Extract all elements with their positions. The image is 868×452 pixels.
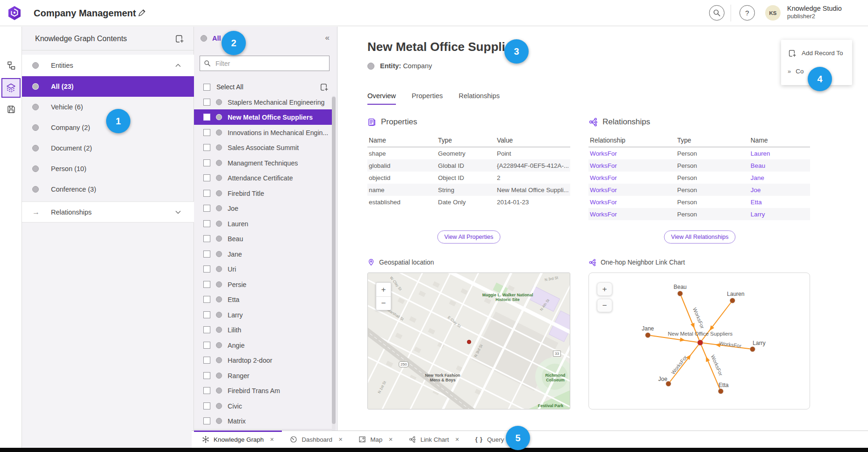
related-entity-link[interactable]: Larry [751, 211, 810, 218]
item-checkbox[interactable] [203, 296, 210, 303]
list-item[interactable]: Uri [194, 261, 334, 277]
list-item[interactable]: Larry [194, 307, 334, 323]
select-all-row[interactable]: Select All [203, 80, 329, 94]
relationship-link[interactable]: WorksFor [590, 150, 677, 157]
list-item[interactable]: Managment Techniques [194, 155, 334, 171]
list-item-selected[interactable]: New Metal Office Suppliers [194, 109, 334, 125]
list-item[interactable]: Lilith [194, 322, 334, 337]
item-checkbox[interactable] [203, 387, 210, 394]
list-item[interactable]: Matrix [194, 413, 334, 429]
entity-type-document[interactable]: Document (2) [22, 138, 194, 158]
new-card-icon[interactable] [318, 82, 329, 92]
list-item[interactable]: Civic [194, 398, 334, 414]
relationship-link[interactable]: WorksFor [590, 174, 677, 181]
link-chart-panel[interactable]: WorksFor WorksFor WorksFor WorksFor Beau… [588, 273, 810, 409]
list-item[interactable]: Ranger [194, 368, 334, 383]
item-checkbox[interactable] [203, 372, 210, 379]
chevron-down-icon[interactable] [175, 210, 181, 214]
close-tab-icon[interactable]: ✕ [455, 437, 459, 443]
item-checkbox[interactable] [203, 265, 210, 273]
tab-overview[interactable]: Overview [367, 92, 396, 105]
tab-relationships[interactable]: Relationships [459, 92, 500, 105]
list-item[interactable]: Etta [194, 292, 334, 307]
item-checkbox[interactable] [203, 402, 210, 409]
list-item[interactable]: Staplers Mechanical Engineering [194, 94, 334, 110]
graph-node-beau[interactable] [678, 291, 683, 296]
item-checkbox[interactable] [203, 417, 210, 424]
view-all-relationships-button[interactable]: View All Relationships [664, 230, 736, 244]
graph-node-larry[interactable] [750, 347, 755, 352]
geospatial-map[interactable]: + − Maggie L. Walker National Historic S… [367, 273, 570, 409]
search-button[interactable] [709, 5, 725, 21]
relationship-link[interactable]: WorksFor [590, 187, 677, 194]
graph-node-jane[interactable] [646, 333, 651, 338]
avatar[interactable]: KS [765, 5, 781, 21]
tab-map[interactable]: Map ✕ [351, 431, 401, 448]
entity-type-person[interactable]: Person (10) [22, 158, 194, 179]
zoom-in-button[interactable]: + [597, 282, 612, 296]
list-item[interactable]: Firebird Trans Am [194, 383, 334, 398]
close-tab-icon[interactable]: ✕ [388, 437, 393, 443]
relationship-link[interactable]: WorksFor [590, 199, 677, 206]
list-item[interactable]: Jane [194, 246, 334, 262]
entities-group-header[interactable]: Entities [22, 55, 194, 76]
list-item[interactable]: Lauren [194, 216, 334, 231]
item-checkbox[interactable] [203, 99, 210, 106]
edit-title-icon[interactable] [137, 9, 146, 17]
collapse-panel-icon[interactable]: « [325, 33, 330, 43]
item-checkbox[interactable] [203, 326, 210, 333]
item-checkbox[interactable] [203, 174, 210, 181]
list-item[interactable]: Firebird Title [194, 186, 334, 201]
chevron-up-icon[interactable] [175, 64, 181, 67]
list-item[interactable]: Beau [194, 231, 334, 246]
list-item[interactable]: Sales Associate Summit [194, 140, 334, 155]
list-item[interactable]: Attendance Certificate [194, 170, 334, 186]
item-checkbox[interactable] [203, 311, 210, 318]
list-item[interactable]: Hardtop 2-door [194, 352, 334, 368]
related-entity-link[interactable]: Etta [751, 199, 810, 206]
relationship-link[interactable]: WorksFor [590, 211, 677, 218]
item-checkbox[interactable] [203, 144, 210, 151]
item-checkbox[interactable] [203, 357, 210, 364]
zoom-out-button[interactable]: − [597, 299, 612, 312]
related-entity-link[interactable]: Jane [751, 174, 810, 181]
item-checkbox[interactable] [203, 235, 210, 242]
item-checkbox[interactable] [203, 342, 210, 349]
tab-link-chart[interactable]: Link Chart ✕ [401, 431, 467, 448]
item-checkbox[interactable] [203, 159, 210, 166]
related-entity-link[interactable]: Beau [751, 162, 810, 169]
view-all-properties-button[interactable]: View All Properties [438, 230, 501, 244]
list-item[interactable]: Persie [194, 277, 334, 292]
entity-type-all[interactable]: All (23) [22, 76, 194, 97]
tab-properties[interactable]: Properties [412, 92, 443, 105]
list-item[interactable]: Joe [194, 201, 334, 216]
item-checkbox[interactable] [203, 205, 210, 212]
item-checkbox[interactable] [203, 281, 210, 288]
item-checkbox[interactable] [203, 251, 210, 258]
item-checkbox[interactable] [203, 129, 210, 136]
close-tab-icon[interactable]: ✕ [270, 437, 274, 443]
filter-input[interactable] [215, 59, 325, 68]
item-checkbox[interactable] [203, 114, 210, 121]
list-item[interactable]: Angie [194, 337, 334, 353]
layers-tool-selected[interactable] [1, 78, 21, 98]
tab-dashboard[interactable]: Dashboard ✕ [282, 431, 351, 448]
app-logo-icon[interactable] [7, 5, 22, 21]
save-icon[interactable] [6, 104, 16, 115]
zoom-out-button[interactable]: − [376, 296, 391, 310]
map-location-marker[interactable] [467, 340, 471, 344]
related-entity-link[interactable]: Joe [751, 187, 810, 194]
new-card-icon[interactable] [174, 34, 184, 44]
menu-item-add-record-to[interactable]: Add Record To [781, 44, 852, 62]
item-checkbox[interactable] [203, 220, 210, 227]
graph-node-etta[interactable] [718, 389, 724, 394]
list-header[interactable]: All [201, 35, 221, 42]
related-entity-link[interactable]: Lauren [751, 150, 810, 157]
user-info[interactable]: Knowledge Studio publisher2 [787, 4, 842, 20]
graph-node-center[interactable] [697, 340, 703, 345]
item-checkbox[interactable] [203, 190, 210, 197]
relationships-group-header[interactable]: → Relationships [22, 201, 194, 222]
data-model-icon[interactable] [6, 60, 16, 71]
help-icon[interactable]: ? [739, 5, 755, 21]
entity-type-conference[interactable]: Conference (3) [22, 179, 194, 200]
